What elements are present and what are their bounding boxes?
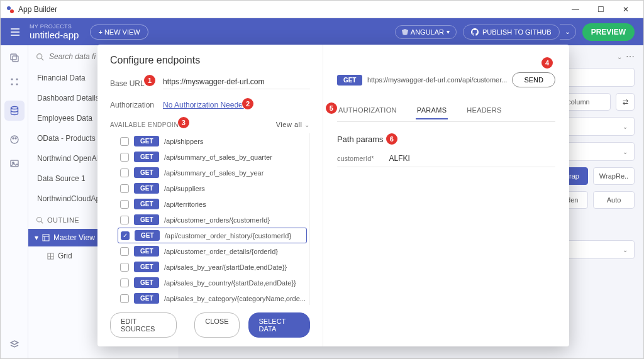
preview-button[interactable]: PREVIEW [582, 23, 635, 41]
maximize-button[interactable]: ☐ [588, 2, 613, 17]
svg-point-0 [7, 6, 11, 10]
publish-dropdown-button[interactable]: ⌄ [560, 24, 576, 40]
auth-link[interactable]: No Authorization Needed [163, 101, 247, 109]
endpoint-checkbox[interactable] [120, 279, 129, 287]
select-data-button[interactable]: SELECT DATA [248, 312, 310, 338]
framework-chip[interactable]: ANGULAR ▾ [395, 25, 457, 39]
chevron-down-icon[interactable]: ⌄ [617, 53, 622, 60]
endpoint-checkbox[interactable] [120, 153, 129, 162]
method-badge: GET [134, 167, 159, 178]
image-icon[interactable] [9, 158, 19, 168]
endpoint-checkbox[interactable] [120, 200, 129, 209]
svg-point-13 [11, 136, 18, 143]
send-button[interactable]: SEND [512, 72, 555, 87]
svg-point-1 [10, 9, 14, 13]
endpoint-path: /api/sales_by_category/{categoryName,ord… [164, 295, 307, 302]
swap-button[interactable]: ⇄ [616, 93, 635, 111]
endpoint-checkbox[interactable] [120, 216, 129, 224]
svg-point-15 [15, 138, 16, 139]
framework-label: ANGULAR [411, 28, 444, 36]
method-badge: GET [134, 199, 159, 209]
endpoint-checkbox[interactable] [121, 231, 130, 240]
more-icon[interactable]: ⋯ [626, 52, 635, 62]
dialog-title: Configure endpoints [110, 55, 310, 66]
marker-2: 2 [242, 98, 253, 109]
publish-github-button[interactable]: PUBLISH TO GITHUB [463, 25, 560, 40]
svg-point-21 [37, 218, 42, 223]
endpoint-checkbox[interactable] [120, 247, 129, 256]
param-value-input[interactable]: ALFKI [389, 154, 410, 163]
auth-label: Authorization [110, 101, 163, 109]
menu-icon[interactable] [9, 26, 21, 38]
endpoint-row[interactable]: GET /api/suppliers [120, 180, 307, 196]
svg-point-14 [13, 138, 14, 139]
base-url-value[interactable]: https://myswagger-def-url.com [163, 77, 310, 89]
palette-icon[interactable] [9, 135, 19, 145]
method-badge: GET [134, 152, 159, 162]
endpoint-path: /api/sales_by_year/{startDate,endDate}} [164, 263, 307, 271]
endpoint-path: /api/customer_order_history/{customerId} [165, 232, 304, 240]
endpoint-row[interactable]: GET /api/sales_by_category/{categoryName… [120, 290, 307, 305]
tab-params[interactable]: PARAMS [416, 102, 448, 119]
edit-sources-button[interactable]: EDIT SOURCES [110, 312, 177, 338]
method-badge: GET [134, 293, 159, 304]
new-view-button[interactable]: + NEW VIEW [90, 25, 148, 40]
auto-button[interactable]: Auto [593, 191, 635, 209]
title-bar: App Builder — ☐ ✕ [1, 1, 643, 18]
endpoint-row[interactable]: GET /api/shippers [120, 133, 307, 149]
publish-label: PUBLISH TO GITHUB [482, 28, 552, 36]
endpoint-row[interactable]: GET /api/customer_orders/{customerId} [120, 212, 307, 228]
path-params-title: Path params [337, 135, 384, 144]
projects-label: MY PROJECTS [30, 23, 79, 30]
minimize-button[interactable]: — [563, 2, 588, 17]
svg-point-10 [11, 83, 13, 85]
wrap-reverse-button[interactable]: WrapRe.. [593, 167, 635, 185]
outline-item-label: Master View [53, 233, 95, 242]
outline-sub-label: Grid [58, 251, 72, 260]
close-button[interactable]: ✕ [613, 2, 638, 17]
svg-point-12 [11, 107, 18, 109]
endpoint-row[interactable]: GET /api/sales_by_year/{startDate,endDat… [120, 259, 307, 275]
endpoint-row[interactable]: GET /api/customer_order_history/{custome… [118, 228, 307, 243]
svg-marker-5 [402, 29, 408, 35]
endpoint-row[interactable]: GET /api/territories [120, 196, 307, 212]
view-all-dropdown[interactable]: View all ⌄ [276, 121, 310, 128]
close-button[interactable]: CLOSE [194, 312, 239, 338]
method-badge: GET [134, 136, 159, 146]
chevron-down-icon: ⌄ [565, 28, 570, 36]
endpoint-checkbox[interactable] [120, 263, 129, 272]
svg-point-9 [16, 78, 18, 80]
endpoint-path: /api/summary_of_sales_by_quarter [164, 153, 307, 161]
tab-headers[interactable]: HEADERS [465, 102, 502, 119]
request-url: https://myswagger-def-url.com/api/custom… [367, 76, 508, 84]
endpoint-row[interactable]: GET /api/summary_of_sales_by_quarter [120, 149, 307, 165]
endpoint-row[interactable]: GET /api/summary_of_sales_by_year [120, 165, 307, 180]
endpoint-checkbox[interactable] [120, 294, 129, 303]
layers-icon[interactable] [9, 340, 19, 350]
svg-rect-23 [43, 235, 49, 241]
endpoint-path: /api/customer_orders/{customerId} [164, 216, 307, 224]
search-icon [36, 216, 43, 224]
method-badge: GET [134, 262, 159, 272]
window-title: App Builder [18, 5, 57, 14]
endpoint-checkbox[interactable] [120, 184, 129, 193]
chevron-down-icon: ▾ [447, 28, 450, 35]
grid-icon[interactable] [9, 77, 19, 87]
copy-icon[interactable] [9, 53, 19, 63]
endpoint-row[interactable]: GET /api/sales_by_country/{startDate,end… [120, 275, 307, 290]
endpoint-row[interactable]: GET /api/customer_order_details/{orderId… [120, 243, 307, 259]
endpoint-path: /api/sales_by_country/{startDate,endDate… [164, 279, 307, 287]
database-icon[interactable] [4, 101, 25, 121]
svg-marker-18 [11, 341, 18, 345]
svg-rect-7 [13, 56, 18, 62]
endpoint-checkbox[interactable] [120, 168, 129, 177]
endpoint-path: /api/territories [164, 201, 307, 208]
left-rail [1, 45, 28, 358]
method-badge: GET [135, 230, 160, 241]
chevron-down-icon: ⌄ [623, 148, 628, 155]
tab-authorization[interactable]: AUTHORIZATION [337, 102, 398, 119]
endpoint-checkbox[interactable] [120, 137, 129, 146]
app-name[interactable]: untitled-app [30, 30, 79, 40]
endpoints-list: GET /api/shippers GET /api/summary_of_sa… [110, 133, 310, 305]
endpoint-path: /api/shippers [164, 138, 307, 145]
